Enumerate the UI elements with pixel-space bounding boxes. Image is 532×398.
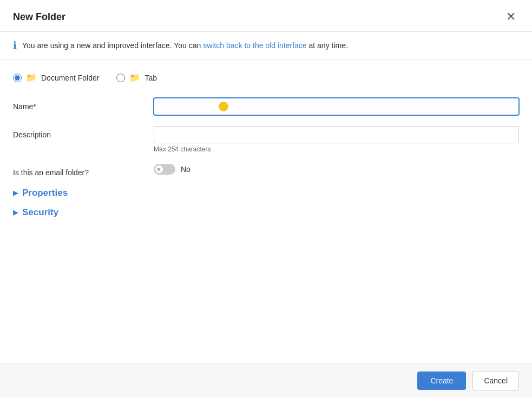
new-folder-dialog: New Folder ✕ ℹ You are using a new and i…	[0, 0, 532, 398]
tab-radio[interactable]	[116, 74, 125, 82]
description-label: Description	[13, 126, 154, 139]
toggle-slider: ✕	[154, 164, 175, 175]
email-folder-row: Is this an email folder? ✕ No	[13, 164, 519, 177]
document-folder-label: Document Folder	[41, 74, 99, 82]
document-folder-option[interactable]: 📁 Document Folder	[13, 72, 99, 83]
properties-chevron-icon: ▶	[13, 189, 18, 197]
email-folder-toggle-wrapper: ✕ No	[154, 164, 519, 175]
description-field-wrapper: Max 254 characters	[154, 126, 519, 153]
description-row: Description Max 254 characters	[13, 126, 519, 153]
info-text: You are using a new and improved interfa…	[22, 41, 348, 50]
security-section-header[interactable]: ▶ Security	[13, 207, 519, 218]
description-input[interactable]	[154, 126, 519, 143]
name-row: Name*	[13, 98, 519, 115]
switch-interface-link[interactable]: switch back to the old interface	[203, 41, 306, 50]
email-folder-toggle[interactable]: ✕	[154, 164, 175, 175]
toggle-x-icon: ✕	[156, 167, 161, 173]
dialog-body: 📁 Document Folder 📁 Tab Name* Descriptio…	[0, 59, 532, 363]
dialog-footer: Create Cancel	[0, 363, 532, 398]
info-icon: ℹ	[13, 39, 17, 51]
security-chevron-icon: ▶	[13, 209, 18, 216]
tab-folder-icon: 📁	[129, 72, 140, 83]
tab-option[interactable]: 📁 Tab	[116, 72, 157, 83]
name-label: Name*	[13, 98, 154, 111]
document-folder-icon: 📁	[26, 72, 37, 83]
close-button[interactable]: ✕	[503, 10, 519, 24]
name-field-wrapper	[154, 98, 519, 115]
toggle-no-label: No	[181, 165, 191, 174]
security-label: Security	[22, 207, 58, 218]
properties-label: Properties	[22, 188, 68, 198]
document-folder-radio[interactable]	[13, 74, 22, 82]
tab-label: Tab	[145, 74, 157, 82]
info-banner: ℹ You are using a new and improved inter…	[0, 32, 532, 59]
create-button[interactable]: Create	[417, 372, 466, 390]
dialog-header: New Folder ✕	[0, 0, 532, 32]
properties-section-header[interactable]: ▶ Properties	[13, 188, 519, 198]
name-input[interactable]	[154, 98, 519, 115]
folder-type-row: 📁 Document Folder 📁 Tab	[13, 72, 519, 83]
email-folder-label: Is this an email folder?	[13, 164, 154, 177]
max-chars-hint: Max 254 characters	[154, 145, 519, 153]
cancel-button[interactable]: Cancel	[472, 371, 519, 390]
dialog-title: New Folder	[13, 11, 65, 23]
